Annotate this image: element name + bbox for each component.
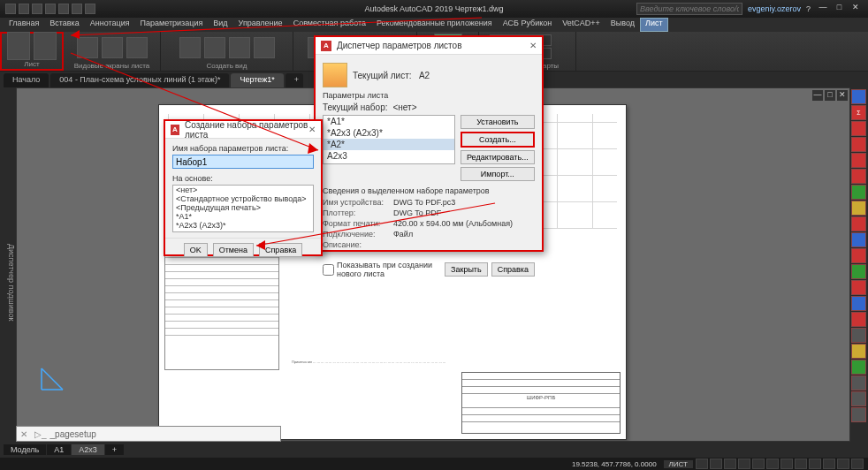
nps-close-icon[interactable]: ✕ <box>308 125 316 134</box>
tab-a1[interactable]: A1 <box>47 444 71 455</box>
menu-layout[interactable]: Лист <box>640 18 668 32</box>
sb-icon-4[interactable] <box>738 459 750 469</box>
rb-icon-16[interactable] <box>851 328 866 343</box>
minimize-icon[interactable]: — <box>816 3 830 15</box>
rb-icon-3[interactable] <box>851 121 866 136</box>
rb-icon-9[interactable] <box>851 216 866 231</box>
psm-item-2[interactable]: *А2* <box>324 139 454 150</box>
psm-edit-button[interactable]: Редактировать... <box>461 150 535 164</box>
nps-name-input[interactable] <box>172 155 314 169</box>
rb-icon-11[interactable] <box>851 248 866 263</box>
menu-parametric[interactable]: Параметризация <box>135 18 209 32</box>
rb-icon-10[interactable] <box>851 232 866 247</box>
psm-titlebar[interactable]: A Диспетчер параметров листов ✕ <box>316 37 542 55</box>
sb-icon-9[interactable] <box>809 459 821 469</box>
psm-show-cb[interactable] <box>323 264 334 276</box>
canvas-close-icon[interactable]: ✕ <box>837 90 848 101</box>
rb-icon-17[interactable] <box>851 344 866 359</box>
sb-icon-11[interactable] <box>837 459 849 469</box>
menu-annotate[interactable]: Аннотация <box>85 18 135 32</box>
psm-new-button[interactable]: Создать... <box>461 132 535 148</box>
menu-manage[interactable]: Управление <box>233 18 288 32</box>
sb-icon-7[interactable] <box>780 459 793 469</box>
sb-icon-8[interactable] <box>795 459 807 469</box>
maximize-icon[interactable]: □ <box>832 3 846 15</box>
command-line[interactable]: ✕ ▷_ _pagesetup <box>16 426 281 442</box>
nps-base-3[interactable]: *A1* <box>173 212 313 221</box>
canvas-max-icon[interactable]: □ <box>825 90 835 101</box>
cv-icon-4[interactable] <box>254 37 275 58</box>
vp-icon-2[interactable] <box>102 37 123 58</box>
tab-model[interactable]: Модель <box>4 444 46 455</box>
menu-featured[interactable]: Рекомендованные приложения <box>371 18 498 32</box>
menu-output[interactable]: Вывод <box>605 18 640 32</box>
psm-help-button[interactable]: Справка <box>491 262 535 277</box>
psm-import-button[interactable]: Импорт... <box>461 167 535 181</box>
rb-icon-21[interactable] <box>851 407 866 422</box>
user-name[interactable]: evgeniy.ozerov <box>748 4 801 13</box>
tab-doc2[interactable]: Чертеж1* <box>231 73 283 87</box>
vp-icon-1[interactable] <box>77 37 98 58</box>
sb-icon-12[interactable] <box>851 459 864 469</box>
nps-cancel-button[interactable]: Отмена <box>213 243 254 257</box>
tab-plus[interactable]: + <box>105 444 124 455</box>
rb-icon-6[interactable] <box>851 169 866 184</box>
search-input[interactable] <box>636 3 742 15</box>
qat-save-icon[interactable] <box>45 4 56 14</box>
nps-base-list[interactable]: <нет> <Стандартное устройство вывода> <П… <box>172 185 314 232</box>
rb-icon-14[interactable] <box>851 296 866 311</box>
rb-icon-15[interactable] <box>851 312 866 327</box>
cmdline-close-icon[interactable]: ✕ <box>17 429 31 439</box>
rb-icon-20[interactable] <box>851 391 866 406</box>
rb-icon-5[interactable] <box>851 153 866 168</box>
rb-icon-12[interactable] <box>851 264 866 279</box>
nps-base-2[interactable]: <Предыдущая печать> <box>173 203 313 212</box>
menu-insert[interactable]: Вставка <box>44 18 84 32</box>
rb-icon-7[interactable] <box>851 185 866 200</box>
rb-icon-8[interactable] <box>851 201 866 216</box>
qat-new-icon[interactable] <box>19 4 29 14</box>
sb-icon-10[interactable] <box>823 459 835 469</box>
qat-redo-icon[interactable] <box>72 4 82 14</box>
psm-item-0[interactable]: *A1* <box>324 116 454 127</box>
psm-item-1[interactable]: *A2x3 (A2x3)* <box>324 127 454 139</box>
psm-close-button[interactable]: Закрыть <box>445 262 488 277</box>
nps-titlebar[interactable]: A Создание набора параметров листа ✕ <box>165 121 321 139</box>
psm-show-checkbox[interactable]: Показывать при создании нового листа <box>323 261 439 278</box>
new-layout-icon[interactable] <box>7 32 30 60</box>
vp-icon-3[interactable] <box>126 37 148 58</box>
menu-collab[interactable]: Совместная работа <box>288 18 371 32</box>
qat-undo-icon[interactable] <box>58 4 69 14</box>
tab-a2x3[interactable]: A2x3 <box>72 444 104 455</box>
nps-base-0[interactable]: <нет> <box>173 186 313 194</box>
sb-icon-6[interactable] <box>766 459 779 469</box>
canvas-min-icon[interactable]: — <box>812 90 823 101</box>
help-icon[interactable]: ? <box>806 4 811 13</box>
nps-ok-button[interactable]: OK <box>184 243 208 257</box>
psm-set-button[interactable]: Установить <box>461 115 535 129</box>
psm-item-4[interactable]: А1 <box>324 162 454 164</box>
psm-item-3[interactable]: A2x3 <box>324 150 454 162</box>
tab-doc1[interactable]: 004 - План-схема условных линий (1 этаж)… <box>50 73 229 87</box>
ribbon-panel-layout[interactable]: Лист <box>0 32 64 71</box>
quick-access-toolbar[interactable] <box>5 4 95 14</box>
sb-icon-3[interactable] <box>724 459 736 469</box>
cv-icon-2[interactable] <box>204 37 225 58</box>
menu-view[interactable]: Вид <box>208 18 232 32</box>
nps-base-1[interactable]: <Стандартное устройство вывода> <box>173 194 313 203</box>
style-icon[interactable] <box>490 17 506 33</box>
rb-icon-1[interactable] <box>851 89 866 104</box>
psm-setup-list[interactable]: *A1* *A2x3 (A2x3)* *А2* A2x3 А1 <box>323 115 455 164</box>
qat-print-icon[interactable] <box>85 4 95 14</box>
close-icon[interactable]: ✕ <box>849 3 863 15</box>
rb-icon-2[interactable]: Σ <box>851 105 866 120</box>
tab-add[interactable]: + <box>286 73 303 87</box>
sb-icon-2[interactable] <box>710 459 722 469</box>
status-mode[interactable]: ЛИСТ <box>664 460 693 468</box>
sheetset-sidebar[interactable]: Диспетчер подшивок <box>0 87 16 442</box>
rb-icon-19[interactable] <box>851 375 866 390</box>
sb-icon-5[interactable] <box>752 459 765 469</box>
nps-help-button[interactable]: Справка <box>259 243 302 257</box>
psm-close-icon[interactable]: ✕ <box>529 41 537 50</box>
qat-open-icon[interactable] <box>32 4 42 14</box>
